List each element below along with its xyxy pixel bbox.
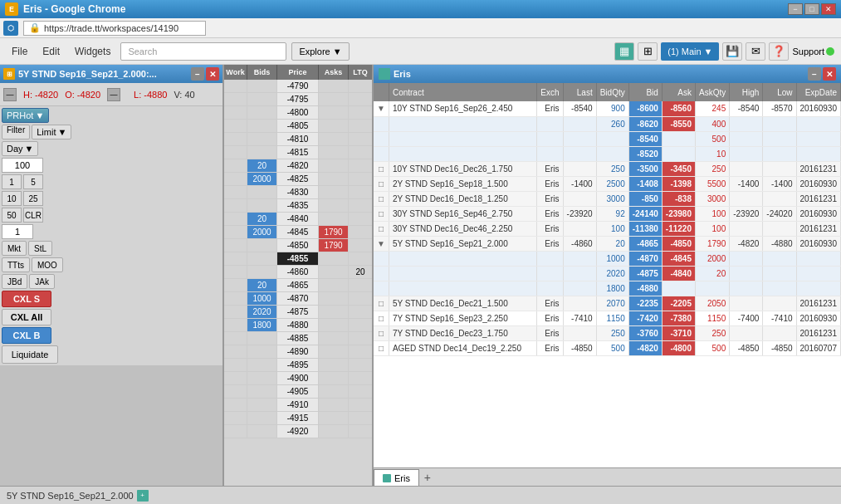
ladder-cell[interactable] bbox=[247, 146, 277, 159]
ladder-cell[interactable] bbox=[247, 372, 277, 384]
qty-10-button[interactable]: 10 bbox=[2, 191, 22, 206]
ladder-cell[interactable] bbox=[247, 239, 277, 252]
ladder-cell[interactable] bbox=[349, 146, 372, 159]
ladder-cell[interactable] bbox=[319, 80, 349, 92]
ladder-cell[interactable] bbox=[319, 332, 349, 345]
ladder-cell[interactable] bbox=[349, 306, 372, 318]
ladder-cell[interactable] bbox=[349, 93, 372, 105]
ladder-cell[interactable]: -4840 bbox=[277, 213, 319, 225]
ladder-cell[interactable] bbox=[247, 120, 277, 132]
file-menu[interactable]: File bbox=[7, 44, 32, 59]
ladder-cell[interactable]: -4825 bbox=[277, 173, 319, 185]
bid-cell[interactable]: -3760 bbox=[628, 325, 662, 340]
expand-cell[interactable]: ▼ bbox=[374, 236, 389, 251]
ladder-row[interactable]: -4830 bbox=[224, 186, 372, 199]
ladder-cell[interactable] bbox=[224, 425, 247, 438]
ladder-cell[interactable] bbox=[247, 186, 277, 198]
expand-cell[interactable]: □ bbox=[374, 206, 389, 221]
url-input[interactable]: 🔒 https://trade.tt/workspaces/14190 bbox=[23, 21, 206, 36]
sub-ask[interactable]: -4845 bbox=[662, 251, 695, 266]
mail-icon[interactable]: ✉ bbox=[746, 42, 765, 61]
ladder-cell[interactable]: 1790 bbox=[319, 226, 349, 238]
expand-cell[interactable]: □ bbox=[374, 176, 389, 191]
ladder-cell[interactable]: 20 bbox=[247, 159, 277, 172]
qty-5-button[interactable]: 5 bbox=[23, 174, 43, 189]
ladder-cell[interactable] bbox=[247, 252, 277, 265]
ladder-cell[interactable] bbox=[349, 80, 372, 92]
ladder-cell[interactable] bbox=[224, 252, 247, 265]
bid-cell[interactable]: -11380 bbox=[628, 221, 662, 236]
ladder-cell[interactable]: -4920 bbox=[277, 425, 319, 438]
ladder-cell[interactable] bbox=[349, 399, 372, 411]
qty-50-button[interactable]: 50 bbox=[2, 208, 22, 223]
ladder-cell[interactable] bbox=[247, 133, 277, 145]
ladder-cell[interactable] bbox=[319, 399, 349, 411]
sub-ask[interactable] bbox=[662, 281, 695, 296]
ladder-cell[interactable]: -4835 bbox=[277, 199, 319, 212]
jbd-button[interactable]: JBd bbox=[2, 274, 27, 289]
minimize-button[interactable]: − bbox=[788, 3, 803, 15]
ladder-cell[interactable]: -4905 bbox=[277, 385, 319, 398]
ladder-cell[interactable] bbox=[224, 186, 247, 198]
ladder-cell[interactable] bbox=[319, 372, 349, 384]
ask-cell[interactable]: -1398 bbox=[662, 176, 695, 191]
ladder-cell[interactable]: -4790 bbox=[277, 80, 319, 92]
add-tab-button[interactable]: + bbox=[419, 469, 436, 486]
ladder-cell[interactable] bbox=[349, 239, 372, 252]
bid-cell[interactable]: -1408 bbox=[628, 176, 662, 191]
ladder-row[interactable]: -4905 bbox=[224, 385, 372, 399]
ladder-cell[interactable] bbox=[224, 133, 247, 145]
ladder-cell[interactable] bbox=[224, 173, 247, 185]
ladder-row[interactable]: -4900 bbox=[224, 372, 372, 385]
ladder-cell[interactable] bbox=[224, 239, 247, 252]
ladder-cell[interactable] bbox=[349, 279, 372, 291]
sub-bid[interactable]: -4870 bbox=[628, 251, 662, 266]
ladder-cell[interactable] bbox=[319, 425, 349, 438]
sub-bid[interactable]: -8540 bbox=[628, 131, 662, 146]
collapse2-button[interactable]: — bbox=[107, 88, 120, 101]
ladder-cell[interactable] bbox=[319, 133, 349, 145]
sub-bid[interactable]: -8520 bbox=[628, 146, 662, 161]
ladder-cell[interactable] bbox=[349, 425, 372, 438]
maximize-button[interactable]: □ bbox=[804, 3, 819, 15]
ladder-close-button[interactable]: ✕ bbox=[206, 67, 219, 81]
ladder-cell[interactable]: -4890 bbox=[277, 345, 319, 358]
ladder-cell[interactable] bbox=[349, 173, 372, 185]
ask-cell[interactable]: -7380 bbox=[662, 311, 695, 325]
ask-cell[interactable]: -3450 bbox=[662, 161, 695, 176]
ask-cell[interactable]: -4800 bbox=[662, 340, 695, 355]
ladder-cell[interactable] bbox=[349, 106, 372, 119]
ladder-row[interactable]: -4890 bbox=[224, 345, 372, 359]
ladder-cell[interactable] bbox=[247, 80, 277, 92]
expand-cell[interactable]: □ bbox=[374, 325, 389, 340]
ladder-cell[interactable] bbox=[319, 93, 349, 105]
ladder-cell[interactable] bbox=[319, 345, 349, 358]
ladder-cell[interactable] bbox=[247, 93, 277, 105]
ladder-cell[interactable] bbox=[247, 266, 277, 278]
moo-button[interactable]: MOO bbox=[32, 257, 63, 272]
qty-1-button[interactable]: 1 bbox=[2, 174, 22, 189]
ladder-cell[interactable] bbox=[319, 159, 349, 172]
save-icon[interactable]: 💾 bbox=[722, 42, 742, 61]
main-workspace-button[interactable]: (1) Main ▼ bbox=[661, 42, 719, 61]
ask-cell[interactable]: -4850 bbox=[662, 236, 695, 251]
qty-100-input[interactable] bbox=[2, 158, 43, 173]
ladder-cell[interactable] bbox=[224, 199, 247, 212]
expand-cell[interactable]: □ bbox=[374, 191, 389, 206]
ladder-cell[interactable] bbox=[247, 199, 277, 212]
ladder-cell[interactable]: 1790 bbox=[319, 239, 349, 252]
ladder-row[interactable]: -4910 bbox=[224, 399, 372, 412]
ladder-cell[interactable] bbox=[224, 266, 247, 278]
ladder-cell[interactable] bbox=[349, 385, 372, 398]
ladder-cell[interactable] bbox=[224, 359, 247, 371]
ladder-row[interactable]: -4920 bbox=[224, 425, 372, 438]
jak-button[interactable]: JAk bbox=[29, 274, 55, 289]
ladder-cell[interactable] bbox=[224, 372, 247, 384]
ladder-scroll[interactable]: -4790-4795-4800-4805-4810-481520-4820200… bbox=[224, 80, 372, 486]
ladder-cell[interactable] bbox=[224, 412, 247, 424]
ladder-cell[interactable] bbox=[319, 186, 349, 198]
tts-button[interactable]: TTts bbox=[2, 257, 30, 272]
ladder-row[interactable]: -4885 bbox=[224, 332, 372, 345]
ladder-cell[interactable] bbox=[224, 332, 247, 345]
ladder-cell[interactable]: -4805 bbox=[277, 120, 319, 132]
